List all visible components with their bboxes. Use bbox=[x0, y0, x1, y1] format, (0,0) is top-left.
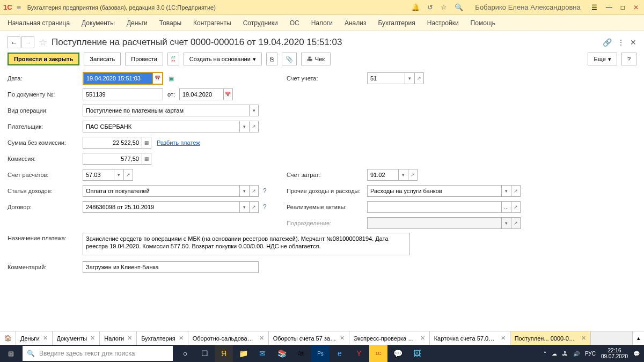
menu-analysis[interactable]: Анализ bbox=[345, 19, 367, 27]
menu-settings[interactable]: Настройки bbox=[427, 19, 459, 27]
favorite-icon[interactable]: ☆ bbox=[39, 36, 47, 48]
star-icon[interactable]: ☆ bbox=[441, 3, 447, 11]
settlement-account-input[interactable] bbox=[83, 169, 114, 181]
chevron-down-icon[interactable]: ▾ bbox=[239, 201, 249, 213]
close-icon[interactable]: ✕ bbox=[501, 335, 506, 342]
comment-input[interactable] bbox=[83, 261, 259, 273]
1c-icon[interactable]: 1C bbox=[369, 345, 387, 362]
other-income-input[interactable] bbox=[367, 185, 501, 197]
menu-taxes[interactable]: Налоги bbox=[311, 19, 333, 27]
menu-goods[interactable]: Товары bbox=[159, 19, 181, 27]
help-icon[interactable]: ? bbox=[263, 203, 267, 211]
menu-counterparties[interactable]: Контрагенты bbox=[193, 19, 231, 27]
tab[interactable]: Поступлен... 0000-000016✕ bbox=[510, 331, 591, 345]
menu-fixed-assets[interactable]: ОС bbox=[290, 19, 299, 27]
tab[interactable]: Обороты счета 57 за И...✕ bbox=[269, 331, 349, 345]
windows-search[interactable]: 🔍 Введите здесь текст для поиска bbox=[23, 346, 173, 361]
minimize-icon[interactable]: — bbox=[604, 3, 614, 12]
sum-input[interactable] bbox=[83, 137, 142, 149]
open-icon[interactable]: ↗ bbox=[511, 185, 521, 197]
post-and-close-button[interactable]: Провести и закрыть bbox=[8, 53, 79, 65]
start-button[interactable]: ⊞ bbox=[0, 345, 21, 362]
calc-icon[interactable]: ▦ bbox=[142, 153, 151, 165]
ellipsis-icon[interactable]: … bbox=[501, 201, 511, 213]
bell-icon[interactable]: 🔔 bbox=[411, 3, 420, 11]
mark-icon[interactable]: ▣ bbox=[169, 75, 174, 82]
close-icon[interactable]: ✕ bbox=[179, 335, 184, 342]
libs-icon[interactable]: 📚 bbox=[273, 345, 291, 362]
close-icon[interactable]: ✕ bbox=[127, 335, 132, 342]
nav-forward-button[interactable]: → bbox=[21, 36, 34, 48]
chevron-down-icon[interactable]: ▾ bbox=[239, 121, 249, 132]
attach-button[interactable]: 📎 bbox=[282, 53, 297, 65]
tab[interactable]: Документы✕ bbox=[53, 331, 100, 345]
close-window-icon[interactable]: ✕ bbox=[631, 3, 641, 12]
taskview-icon[interactable]: ☐ bbox=[195, 345, 214, 362]
menu-employees[interactable]: Сотрудники bbox=[243, 19, 278, 27]
tray-up-icon[interactable]: ˄ bbox=[544, 351, 546, 357]
search-icon[interactable]: 🔍 bbox=[455, 3, 463, 11]
network-icon[interactable]: 🖧 bbox=[562, 351, 568, 357]
help-button[interactable]: ? bbox=[621, 53, 636, 65]
account-input[interactable] bbox=[367, 72, 405, 84]
split-payment-link[interactable]: Разбить платеж bbox=[157, 139, 200, 146]
chevron-down-icon[interactable]: ▾ bbox=[398, 169, 408, 181]
chevron-down-icon[interactable]: ▾ bbox=[501, 185, 511, 197]
menu-home[interactable]: Начальная страница bbox=[8, 19, 70, 27]
calendar-icon[interactable]: 📅 bbox=[152, 73, 162, 84]
tab[interactable]: Бухгалтерия✕ bbox=[137, 331, 188, 345]
open-icon[interactable]: ↗ bbox=[249, 121, 259, 132]
help-icon[interactable]: ? bbox=[263, 187, 267, 195]
cheque-button[interactable]: 🖶 Чек bbox=[301, 53, 331, 65]
whatsapp-icon[interactable]: 💬 bbox=[389, 345, 407, 362]
store-icon[interactable]: 🛍 bbox=[292, 345, 310, 362]
chevron-down-icon[interactable]: ▾ bbox=[114, 169, 123, 181]
volume-icon[interactable]: 🔊 bbox=[573, 351, 580, 357]
chevron-down-icon[interactable]: ▾ bbox=[239, 185, 249, 197]
link-icon[interactable]: 🔗 bbox=[603, 38, 612, 47]
tab[interactable]: Оборотно-сальдовая в...✕ bbox=[188, 331, 269, 345]
maximize-icon[interactable]: □ bbox=[619, 3, 627, 12]
menu-help[interactable]: Помощь bbox=[471, 19, 495, 27]
income-article-input[interactable] bbox=[83, 185, 239, 197]
open-icon[interactable]: ↗ bbox=[123, 169, 133, 181]
close-document-icon[interactable]: ✕ bbox=[630, 38, 636, 47]
operation-type-input[interactable] bbox=[83, 105, 249, 116]
menu-money[interactable]: Деньги bbox=[127, 19, 148, 27]
yandex-browser-icon[interactable]: Y bbox=[350, 345, 368, 362]
nav-back-button[interactable]: ← bbox=[8, 36, 20, 48]
window-group-icon[interactable]: ☰ bbox=[589, 3, 599, 12]
purpose-textarea[interactable]: Зачисление средств по операциям с МБК (н… bbox=[83, 233, 410, 255]
calendar-icon[interactable]: 📅 bbox=[223, 88, 233, 100]
close-icon[interactable]: ✕ bbox=[43, 335, 48, 342]
close-icon[interactable]: ✕ bbox=[420, 335, 425, 342]
tab[interactable]: Карточка счета 57.03 з...✕ bbox=[430, 331, 510, 345]
post-button[interactable]: Провести bbox=[125, 53, 163, 65]
date-input[interactable] bbox=[84, 73, 152, 84]
clock[interactable]: 22:16 09.07.2020 bbox=[601, 348, 628, 359]
open-icon[interactable]: ↗ bbox=[511, 201, 521, 213]
open-icon[interactable]: ↗ bbox=[414, 72, 424, 84]
more-actions-icon[interactable]: ⋮ bbox=[617, 38, 625, 47]
explorer-icon[interactable]: 📁 bbox=[234, 345, 252, 362]
history-icon[interactable]: ↺ bbox=[427, 3, 433, 11]
docnum-date-input[interactable] bbox=[179, 88, 223, 100]
structure-button[interactable]: ⎘ bbox=[266, 53, 277, 65]
chevron-down-icon[interactable]: ▾ bbox=[249, 105, 259, 116]
edge-icon[interactable]: e bbox=[331, 345, 349, 362]
docnum-input[interactable] bbox=[83, 88, 163, 100]
tab[interactable]: Экспресс-проверка ве...✕ bbox=[349, 331, 430, 345]
tab[interactable]: Налоги✕ bbox=[100, 331, 137, 345]
dtkt-button[interactable]: АтКт bbox=[167, 53, 179, 65]
close-icon[interactable]: ✕ bbox=[90, 335, 95, 342]
close-icon[interactable]: ✕ bbox=[259, 335, 264, 342]
language-indicator[interactable]: РУС bbox=[585, 351, 596, 357]
close-icon[interactable]: ✕ bbox=[340, 335, 345, 342]
photoshop-icon[interactable]: Ps bbox=[311, 345, 330, 362]
home-tab[interactable]: 🏠 bbox=[0, 331, 16, 345]
calc-icon[interactable]: ▦ bbox=[142, 137, 151, 149]
assets-input[interactable] bbox=[367, 201, 501, 213]
cost-account-input[interactable] bbox=[367, 169, 398, 181]
menu-accounting[interactable]: Бухгалтерия bbox=[378, 19, 415, 27]
notifications-icon[interactable]: 💬 bbox=[633, 351, 640, 357]
